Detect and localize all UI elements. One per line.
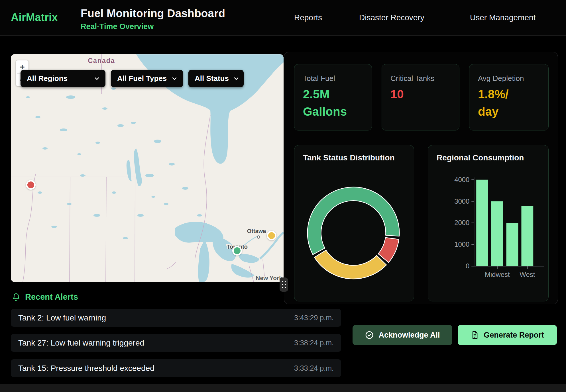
alert-row[interactable]: Tank 2: Low fuel warning 3:43:29 p.m. [11, 309, 341, 327]
alert-message: Tank 27: Low fuel warning triggered [18, 338, 144, 348]
tank-marker-normal[interactable] [232, 246, 242, 256]
recent-alerts-header: Recent Alerts [12, 292, 78, 302]
recent-alerts-title: Recent Alerts [25, 292, 78, 302]
generate-report-label: Generate Report [484, 331, 544, 340]
status-filter-value: All Status [195, 74, 229, 83]
nav-disaster-recovery[interactable]: Disaster Recovery [359, 13, 424, 22]
regional-consumption-chart: 01000200030004000MidwestWest [428, 145, 548, 301]
svg-text:2000: 2000 [454, 219, 469, 226]
map-label-new-york: New York [256, 275, 282, 281]
page-title: Fuel Monitoring Dashboard [81, 7, 225, 20]
title-block: Fuel Monitoring Dashboard Real-Time Over… [81, 7, 225, 31]
alert-message: Tank 2: Low fuel warning [18, 313, 106, 322]
nav-reports[interactable]: Reports [294, 13, 322, 22]
svg-text:1000: 1000 [454, 240, 469, 248]
header: AirMatrix Fuel Monitoring Dashboard Real… [0, 0, 566, 36]
alert-row[interactable]: Tank 15: Pressure threshold exceeded 3:3… [11, 359, 341, 377]
regional-consumption-card: Regional Consumption 01000200030004000Mi… [428, 145, 549, 301]
bell-icon [12, 293, 21, 302]
map-panel: Canada Ottawa Toronto New York + − All R… [11, 54, 284, 282]
document-icon [471, 331, 479, 339]
fuel-type-filter-value: All Fuel Types [117, 74, 167, 83]
stat-label: Total Fuel [303, 74, 363, 83]
stat-card-total-fuel: Total Fuel 2.5M Gallons [294, 64, 372, 130]
stat-value: 10 [390, 86, 433, 103]
fuel-type-filter-dropdown[interactable]: All Fuel Types [111, 70, 183, 87]
map-label-canada: Canada [88, 57, 115, 64]
stat-label: Avg Depletion [478, 74, 540, 83]
tank-marker-warning[interactable] [267, 231, 276, 240]
region-filter-dropdown[interactable]: All Regions [21, 70, 105, 87]
status-filter-dropdown[interactable]: All Status [188, 70, 244, 87]
canada-map[interactable]: Canada Ottawa Toronto New York [11, 54, 284, 282]
check-circle-icon [365, 330, 374, 340]
page-subtitle: Real-Time Overview [81, 22, 225, 31]
donut-segment-warning [314, 250, 386, 279]
svg-text:Midwest: Midwest [485, 271, 510, 278]
bottom-strip [0, 384, 566, 392]
drag-dots-icon [282, 281, 286, 288]
svg-text:4000: 4000 [454, 176, 469, 183]
consumption-bar [506, 223, 518, 266]
stat-value: 1.8%/day [478, 86, 521, 121]
donut-segment-critical [378, 238, 399, 263]
consumption-bar [521, 206, 533, 266]
map-resize-handle[interactable] [280, 277, 288, 292]
alert-time: 3:38:24 p.m. [294, 339, 334, 347]
tank-status-card: Tank Status Distribution [294, 145, 414, 301]
generate-report-button[interactable]: Generate Report [458, 325, 557, 345]
tank-status-donut [294, 145, 414, 301]
acknowledge-all-label: Acknowledge All [378, 331, 440, 340]
map-label-ottawa: Ottawa [247, 228, 266, 234]
stat-card-avg-depletion: Avg Depletion 1.8%/day [469, 64, 549, 130]
acknowledge-all-button[interactable]: Acknowledge All [353, 325, 452, 345]
alert-message: Tank 15: Pressure threshold exceeded [18, 364, 154, 373]
nav-user-management[interactable]: User Management [470, 13, 536, 22]
stat-card-critical-tanks: Critical Tanks 10 [382, 64, 459, 130]
alert-row[interactable]: Tank 27: Low fuel warning triggered 3:38… [11, 334, 341, 352]
svg-text:3000: 3000 [454, 197, 469, 205]
consumption-bar [476, 180, 488, 266]
stat-value: 2.5M Gallons [303, 86, 346, 121]
svg-text:0: 0 [466, 262, 469, 270]
region-filter-value: All Regions [27, 74, 68, 83]
stat-label: Critical Tanks [390, 74, 451, 83]
tank-marker-critical[interactable] [26, 180, 36, 190]
chevron-down-icon [95, 77, 99, 80]
consumption-bar [491, 201, 503, 266]
alert-time: 3:43:29 p.m. [294, 314, 334, 322]
svg-text:West: West [520, 271, 535, 278]
alert-time: 3:33:24 p.m. [294, 364, 334, 372]
fuel-monitoring-dashboard: AirMatrix Fuel Monitoring Dashboard Real… [0, 0, 566, 392]
chevron-down-icon [172, 77, 177, 80]
app-logo: AirMatrix [11, 11, 58, 24]
chevron-down-icon [234, 77, 239, 80]
